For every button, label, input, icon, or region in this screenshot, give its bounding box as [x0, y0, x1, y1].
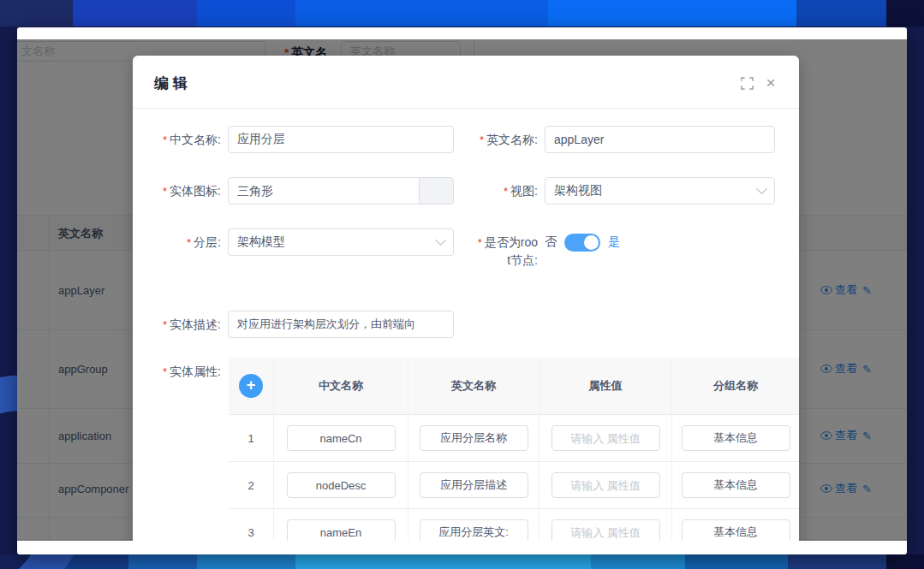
fullscreen-button[interactable]	[739, 75, 754, 91]
page-content: 文名称 *英文名 英文名称 英文名称	[17, 39, 907, 541]
required-mark: *	[163, 133, 167, 146]
desktop-accent-block	[295, 0, 548, 27]
attr-value-input[interactable]	[551, 472, 660, 498]
attr-group-input[interactable]	[682, 519, 790, 541]
desktop-accent-block	[886, 0, 924, 27]
desktop-accent-block	[197, 0, 295, 27]
desktop-accent-block	[197, 554, 295, 569]
edit-dialog: 编辑 × *中文名称: *英文名称:	[133, 56, 799, 541]
icon-picker-button[interactable]	[419, 178, 453, 204]
close-icon: ×	[766, 75, 775, 91]
row-index: 2	[229, 462, 274, 508]
chevron-down-icon	[756, 183, 767, 194]
required-mark: *	[163, 185, 167, 198]
dialog-title: 编辑	[154, 74, 192, 93]
required-mark: *	[480, 133, 484, 146]
required-mark: *	[163, 365, 167, 378]
view-select[interactable]: 架构视图	[545, 177, 775, 204]
attribute-row: 3	[229, 509, 799, 541]
close-button[interactable]: ×	[763, 75, 778, 91]
field-label-attrs: *实体属性:	[133, 358, 221, 386]
attr-col-header: 属性值	[539, 358, 672, 414]
attr-col-header: 中文名称	[274, 358, 408, 414]
entity-icon-value: 三角形	[237, 184, 273, 198]
row-index: 1	[229, 415, 274, 461]
desktop-accent-block	[64, 554, 128, 569]
field-label-name-en: *英文名称:	[450, 126, 538, 154]
attr-value-input[interactable]	[551, 425, 660, 451]
attribute-row: 1	[229, 415, 799, 462]
browser-window: 文名称 *英文名 英文名称 英文名称	[17, 27, 907, 554]
attr-name-cn-input[interactable]	[287, 425, 396, 451]
attr-name-cn-input[interactable]	[287, 472, 396, 498]
row-index: 3	[229, 509, 274, 541]
layer-select[interactable]: 架构模型	[228, 228, 454, 256]
attr-name-en-input[interactable]	[420, 472, 528, 498]
desktop-accent-block	[0, 0, 73, 27]
toggle-on-label: 是	[608, 234, 620, 250]
chevron-down-icon	[435, 234, 446, 246]
field-label-desc: *实体描述:	[133, 311, 221, 339]
field-label-name-cn: *中文名称:	[133, 126, 221, 154]
view-select-value: 架构视图	[554, 183, 602, 199]
desktop-accent-block	[685, 554, 788, 569]
name-en-input[interactable]	[545, 126, 775, 153]
fullscreen-icon	[741, 77, 754, 90]
attr-name-cn-input[interactable]	[287, 519, 396, 541]
desktop-accent-block	[128, 554, 197, 569]
attr-value-input[interactable]	[551, 519, 660, 541]
entity-desc-input[interactable]	[228, 311, 454, 338]
attribute-table-header: + 中文名称 英文名称 属性值 分组名称	[229, 358, 799, 415]
name-cn-input[interactable]	[228, 126, 454, 153]
field-label-view: *视图:	[450, 177, 538, 205]
attr-col-header: 英文名称	[408, 358, 539, 414]
attribute-table: + 中文名称 英文名称 属性值 分组名称 1 2	[229, 358, 799, 541]
desktop-accent-block	[73, 0, 197, 27]
toggle-knob	[584, 235, 599, 250]
attr-group-input[interactable]	[682, 472, 790, 498]
field-label-icon: *实体图标:	[133, 177, 221, 205]
desktop-accent-block	[788, 554, 886, 569]
required-mark: *	[163, 318, 167, 331]
toggle-off-label: 否	[545, 234, 557, 250]
required-mark: *	[504, 185, 508, 198]
attr-col-header: 分组名称	[672, 358, 799, 414]
dialog-header: 编辑 ×	[133, 56, 799, 109]
field-label-layer: *分层:	[133, 228, 221, 257]
desktop-accent-block	[548, 0, 796, 27]
desktop-accent-block	[295, 554, 591, 569]
desktop-background: 文名称 *英文名 英文名称 英文名称	[0, 0, 924, 569]
attr-name-en-input[interactable]	[420, 519, 528, 541]
root-toggle-row: 否 是	[545, 228, 620, 256]
desktop-accent-block	[796, 0, 886, 27]
required-mark: *	[478, 236, 482, 249]
add-attribute-button[interactable]: +	[239, 374, 263, 398]
attribute-row: 2	[229, 462, 799, 509]
desktop-accent-block	[591, 554, 685, 569]
layer-select-value: 架构模型	[237, 234, 285, 250]
root-toggle[interactable]	[564, 234, 600, 252]
attr-name-en-input[interactable]	[420, 425, 528, 451]
attr-group-input[interactable]	[682, 425, 790, 451]
entity-icon-input[interactable]: 三角形	[228, 177, 454, 204]
field-label-root: *是否为root节点:	[476, 234, 538, 269]
required-mark: *	[187, 236, 191, 249]
